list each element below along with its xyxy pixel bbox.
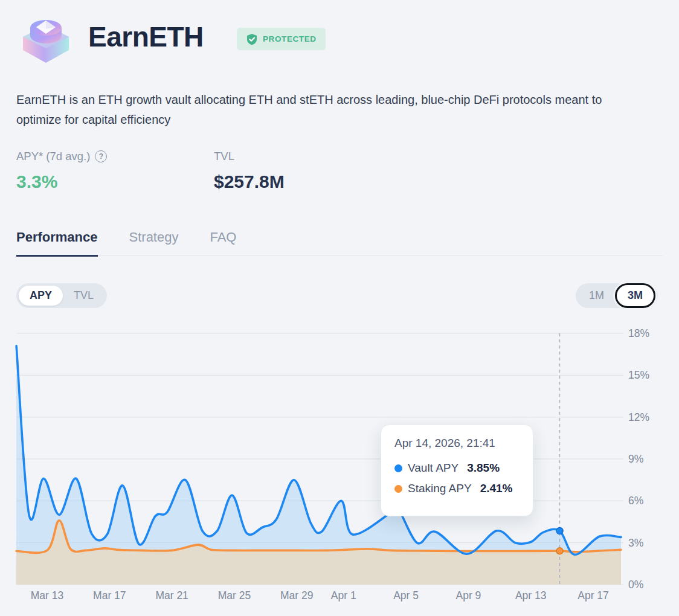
x-axis-label: Mar 25 [218,589,251,602]
shield-check-icon [246,33,258,45]
tooltip-staking-value: 2.41% [480,482,513,495]
protected-badge: PROTECTED [237,28,326,50]
y-axis-label: 3% [628,537,643,549]
x-axis-label: Apr 13 [515,589,547,602]
tab-faq[interactable]: FAQ [210,227,236,255]
tooltip-staking-label: Staking APY [408,482,472,495]
tvl-stat-value: $257.8M [214,172,285,192]
help-icon[interactable]: ? [95,150,107,162]
x-axis-label: Mar 17 [93,589,126,602]
y-axis-label: 12% [628,411,649,423]
x-axis-label: Apr 17 [578,589,609,602]
chart-tooltip: Apr 14, 2026, 21:41 Vault APY 3.85% Stak… [381,425,533,516]
staking-apy-area [16,521,621,585]
x-axis-label: Apr 1 [331,589,356,602]
metric-toggle-apy[interactable]: APY [19,286,63,306]
x-axis-label: Mar 21 [155,589,188,602]
y-axis-label: 6% [628,495,643,507]
range-toggle-3m[interactable]: 3M [615,283,655,308]
metric-toggle: APY TVL [16,283,107,308]
protected-badge-label: PROTECTED [263,34,317,43]
tab-strategy[interactable]: Strategy [129,227,179,255]
x-axis-label: Mar 13 [31,589,63,602]
tooltip-row-vault: Vault APY 3.85% [394,461,520,475]
staking-apy-marker-dot [556,548,563,554]
x-axis-label: Apr 9 [455,589,481,602]
y-axis-label: 9% [628,453,643,465]
metric-toggle-tvl[interactable]: TVL [63,286,105,306]
staking-apy-dot-icon [394,485,402,493]
y-axis-label: 15% [628,369,649,381]
x-axis-label: Apr 5 [393,589,419,602]
tab-performance[interactable]: Performance [16,227,98,257]
y-axis-label: 18% [628,327,649,339]
vault-apy-dot-icon [394,464,402,472]
range-toggle: 1M 3M [576,283,658,308]
tooltip-row-staking: Staking APY 2.41% [394,482,520,495]
page-title: EarnETH [88,21,204,53]
earneth-logo-icon [17,8,75,66]
tooltip-date: Apr 14, 2026, 21:41 [394,437,520,450]
vault-description: EarnETH is an ETH growth vault allocatin… [16,90,666,130]
tab-bar: Performance Strategy FAQ [16,227,663,256]
apy-chart[interactable]: 18%15%12%9%6%3%0%Mar 13Mar 17Mar 21Mar 2… [0,326,679,605]
vault-apy-marker-dot [556,528,563,534]
apy-stat-value: 3.3% [16,172,57,192]
y-axis-label: 0% [628,579,643,591]
earneth-vault-page: EarnETH PROTECTED EarnETH is an ETH grow… [0,0,679,616]
apy-stat-label: APY* (7d avg.) ? [16,150,107,163]
x-axis-label: Mar 29 [280,589,313,602]
tooltip-vault-label: Vault APY [408,461,459,475]
tooltip-vault-value: 3.85% [467,461,500,475]
range-toggle-1m[interactable]: 1M [578,286,615,306]
tvl-stat-label: TVL [214,150,234,163]
